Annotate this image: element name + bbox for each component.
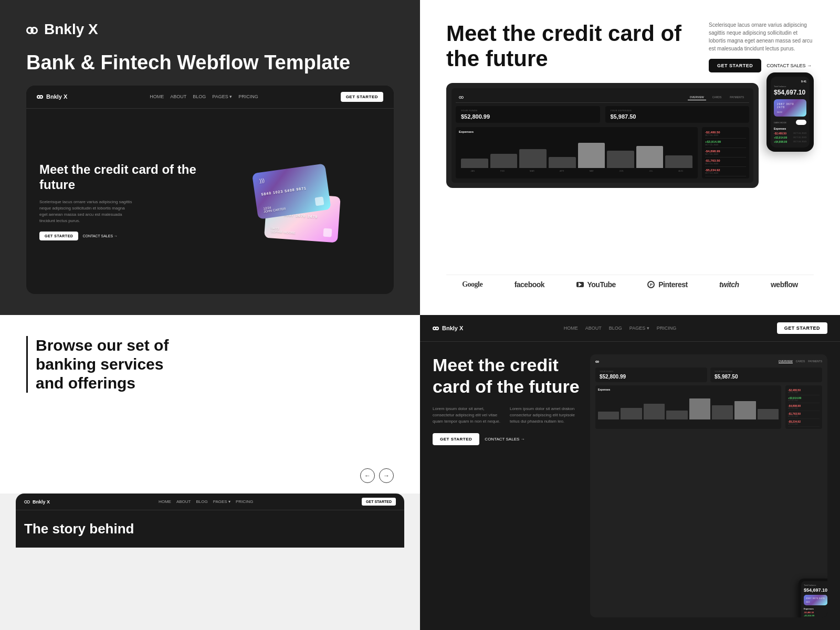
logo-youtube: YouTube [576, 280, 616, 289]
nav-arrows: ← → [360, 468, 394, 483]
dashboard-logo [459, 96, 464, 99]
dashboard-content: Expenses JAN [456, 127, 749, 178]
bar-chart [459, 136, 695, 168]
mock-nav-cta[interactable]: GET STARTED [341, 92, 383, 102]
mock-hero: Meet the credit card of the future Scele… [26, 109, 394, 294]
br-tab-cards[interactable]: CARDS [796, 360, 805, 363]
br-phone-expenses: Expenses [804, 607, 827, 610]
hero-cta-secondary[interactable]: CONTACT SALES → [766, 63, 812, 68]
br-trans-4: -$1,763.50 OCT 14, 2023 [788, 411, 820, 419]
brand-header: Bnkly X [26, 21, 394, 38]
phone-card-mini: 2987 3670 2478 04/22 [774, 99, 806, 117]
trans-item-2: +$3,914.99 OCT 22, 2023 [705, 139, 746, 148]
hero-section: Meet the credit card of the future Scele… [446, 21, 814, 72]
br-phone-overlay: Total balance $54,697.10 2987 3670 2478 … [799, 579, 827, 617]
mock-nav-brand: Bnkly X [37, 93, 67, 100]
phone-frame: 9:41 Total balance $54,697.10 2987 3670 … [766, 72, 814, 152]
bar-jun [607, 151, 634, 168]
mock-hero-buttons: GET STARTED CONTACT SALES → [39, 232, 205, 240]
bar-jan [461, 159, 488, 168]
mock-nav: Bnkly X HOME ABOUT BLOG PAGES ▾ PRICING … [26, 86, 394, 109]
phone-toggle[interactable] [796, 120, 806, 125]
br-bars [598, 393, 779, 419]
hero-buttons: GET STARTED CONTACT SALES → [709, 59, 814, 72]
br-desc-1: Lorem ipsum dolor sit amet, consectetur … [433, 406, 502, 425]
panel-top-left: Bnkly X Bank & Fintech Webflow Template … [0, 0, 420, 315]
phone-card-number: 2987 3670 2478 [777, 102, 803, 109]
mock-cards-visual: ))) 5840 1023 5408 9871 12/24 JOHN CARTE… [215, 143, 381, 259]
phone-trans-3: +$4,898.99 OCT 18, 2023 [774, 140, 806, 143]
br-desc-2: Lorem ipsum dolor sit amet drakon consec… [510, 406, 580, 425]
br-cta-primary[interactable]: GET STARTED [433, 433, 479, 445]
br-bar-8 [758, 409, 779, 419]
mock-cta-primary[interactable]: GET STARTED [39, 232, 78, 240]
stat-funds: YOUR FUNDS $52,800.99 [456, 106, 600, 123]
tab-overview[interactable]: OVERVIEW [688, 94, 706, 100]
brand-tagline: Bank & Fintech Webflow Template [26, 51, 394, 75]
dashboard-mockup: OVERVIEW CARDS PAYMENTS YOUR FUNDS $52,8… [446, 83, 814, 188]
br-stats: YOUR FUNDS $52,800.99 YOUR EXPENSES $5,9… [595, 368, 822, 382]
br-expenses-value: $5,987.50 [715, 374, 818, 380]
br-nav-brand: Bnkly X [433, 325, 463, 331]
bottom-mock-nav-links: HOME ABOUT BLOG PAGES ▾ PRICING [159, 499, 253, 504]
story-headline: The story behind [24, 521, 396, 537]
card-chip-1 [314, 197, 324, 206]
br-tab-overview[interactable]: OVERVIEW [779, 360, 793, 363]
br-trans-1: -$2,480.50 OCT 24, 2023 [788, 387, 820, 395]
hero-text-large: Meet the credit card of the future [446, 21, 693, 72]
trans-item-4: -$1,763.50 OCT 14, 2023 [705, 158, 746, 167]
br-tab-payments[interactable]: PAYMENTS [808, 360, 822, 363]
panel-bottom-left: Browse our set of banking services and o… [0, 315, 420, 630]
tab-payments[interactable]: PAYMENTS [728, 94, 746, 100]
br-trans-2: +$3,914.99 OCT 22, 2023 [788, 395, 820, 403]
stat-expenses: YOUR EXPENSES $5,987.50 [605, 106, 750, 123]
panel-bottom-right: Bnkly X HOME ABOUT BLOG PAGES ▾ PRICING … [420, 315, 840, 630]
card-info-2: 04/23 SOPHIE MOORE [270, 227, 296, 235]
chart-title: Expenses [459, 130, 695, 133]
br-hero-text: Meet the credit card of the future Lorem… [433, 354, 580, 617]
phone-balance-label: Total balance [774, 85, 806, 88]
prev-arrow[interactable]: ← [360, 468, 375, 483]
tab-cards[interactable]: CARDS [710, 94, 724, 100]
hero-cta-primary[interactable]: GET STARTED [709, 59, 761, 72]
br-btns: GET STARTED CONTACT SALES → [433, 433, 580, 445]
bottom-mock-hero: The story behind [16, 510, 404, 548]
br-bar-3 [644, 404, 665, 419]
card-number-1: 5840 1023 5408 9871 [261, 184, 322, 196]
br-content: Meet the credit card of the future Lorem… [420, 342, 840, 630]
br-chart-area: Expenses [595, 385, 781, 429]
hero-small-text: Scelerisque lacus ornare varius adipisci… [709, 21, 814, 72]
banking-title: Browse our set of banking services and o… [26, 336, 184, 393]
br-dash-tabs: OVERVIEW CARDS PAYMENTS [779, 360, 822, 363]
br-phone-balance: $54,697.10 [804, 587, 827, 593]
br-expenses-label: YOUR EXPENSES [715, 370, 818, 373]
br-nav-cta[interactable]: GET STARTED [777, 322, 827, 334]
br-desc-cols: Lorem ipsum dolor sit amet, consectetur … [433, 406, 580, 425]
laptop-frame: OVERVIEW CARDS PAYMENTS YOUR FUNDS $52,8… [446, 83, 759, 188]
br-stat-expenses: YOUR EXPENSES $5,987.50 [710, 368, 822, 382]
card-bottom-2: 04/23 SOPHIE MOORE [270, 225, 332, 237]
dark-mode-label: DARK MODE [774, 121, 786, 124]
br-nav-links: HOME ABOUT BLOG PAGES ▾ PRICING [564, 326, 676, 331]
bottom-mock-nav-brand: Bnkly X [24, 499, 50, 505]
bottom-mock-nav-cta[interactable]: GET STARTED [362, 498, 396, 506]
transactions-list: -$2,480.50 OCT 24, 2023 +$3,914.99 OCT 2… [702, 127, 749, 178]
br-dash-logo [595, 361, 599, 363]
bar-may [578, 143, 605, 168]
banking-section: Browse our set of banking services and o… [0, 315, 420, 494]
mock-hero-text: Meet the credit card of the future Scele… [39, 162, 205, 240]
bar-jul [636, 146, 664, 168]
dark-mode-row: DARK MODE [774, 120, 806, 125]
br-cta-secondary[interactable]: CONTACT SALES → [485, 437, 524, 442]
br-desc-col-2: Lorem ipsum dolor sit amet drakon consec… [510, 406, 580, 425]
phone-screen: 9:41 Total balance $54,697.10 2987 3670 … [771, 77, 810, 148]
br-bar-1 [598, 412, 619, 419]
bar-mar [519, 149, 547, 168]
brand-name: Bnkly X [44, 21, 98, 38]
mock-cta-secondary[interactable]: CONTACT SALES → [82, 234, 118, 238]
logo-twitch: twitch [719, 280, 739, 289]
next-arrow[interactable]: → [379, 468, 394, 483]
bar-feb [490, 154, 518, 168]
funds-label: YOUR FUNDS [461, 109, 595, 112]
logos-section: Google facebook YouTube P Pinterest twit… [446, 275, 814, 294]
